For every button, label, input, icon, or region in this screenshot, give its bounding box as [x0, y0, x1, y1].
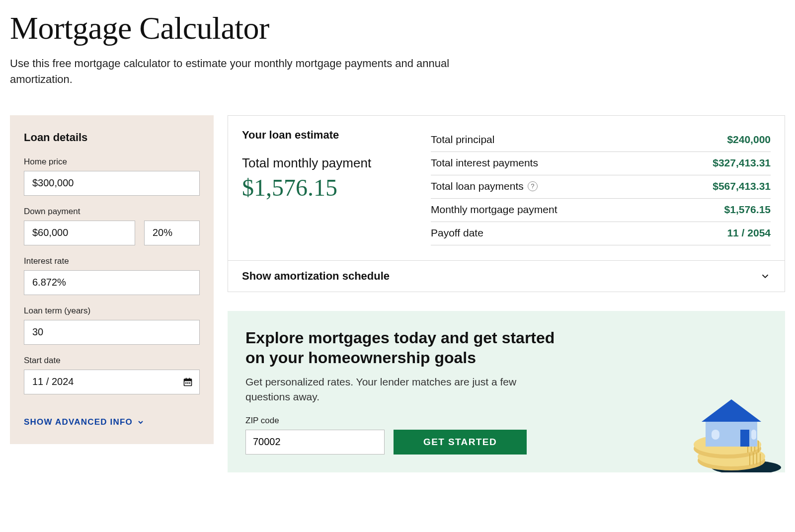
- monthly-mortgage-value: $1,576.15: [724, 204, 771, 216]
- loan-term-label: Loan term (years): [24, 306, 200, 316]
- svg-rect-6: [189, 382, 191, 384]
- get-started-button[interactable]: GET STARTED: [394, 430, 527, 455]
- estimate-row-total-interest: Total interest payments $327,413.31: [431, 152, 771, 175]
- loan-details-panel: Loan details Home price Down payment Int…: [10, 115, 214, 444]
- loan-estimate-heading: Your loan estimate: [242, 129, 401, 142]
- page-title: Mortgage Calculator: [10, 10, 785, 47]
- estimate-row-total-principal: Total principal $240,000: [431, 129, 771, 152]
- total-monthly-payment-value: $1,576.15: [242, 174, 401, 201]
- total-interest-value: $327,413.31: [713, 157, 771, 169]
- show-advanced-info-toggle[interactable]: SHOW ADVANCED INFO: [24, 417, 145, 427]
- svg-rect-24: [751, 430, 756, 440]
- total-monthly-payment-label: Total monthly payment: [242, 155, 401, 171]
- loan-details-heading: Loan details: [24, 131, 200, 144]
- svg-rect-23: [712, 430, 719, 440]
- home-price-input[interactable]: [24, 171, 200, 196]
- start-date-input[interactable]: [24, 370, 200, 394]
- total-loan-value: $567,413.31: [713, 180, 771, 192]
- svg-rect-5: [187, 382, 189, 384]
- home-price-label: Home price: [24, 157, 200, 167]
- monthly-mortgage-label: Monthly mortgage payment: [431, 204, 557, 216]
- svg-rect-3: [189, 378, 190, 380]
- estimate-row-total-loan: Total loan payments ? $567,413.31: [431, 175, 771, 199]
- total-principal-value: $240,000: [727, 134, 771, 146]
- down-payment-amount-input[interactable]: [24, 221, 135, 245]
- total-principal-label: Total principal: [431, 134, 494, 146]
- down-payment-label: Down payment: [24, 207, 200, 217]
- down-payment-percent-input[interactable]: [144, 221, 200, 245]
- page-subtitle: Use this free mortgage calculator to est…: [10, 56, 457, 87]
- total-loan-label: Total loan payments: [431, 180, 524, 192]
- payoff-date-value: 11 / 2054: [727, 227, 771, 239]
- payoff-date-label: Payoff date: [431, 227, 483, 239]
- interest-rate-label: Interest rate: [24, 256, 200, 266]
- home-price-field: Home price: [24, 157, 200, 196]
- total-interest-label: Total interest payments: [431, 157, 538, 169]
- svg-rect-1: [184, 379, 192, 381]
- svg-rect-2: [186, 378, 187, 380]
- estimate-row-monthly-mortgage: Monthly mortgage payment $1,576.15: [431, 199, 771, 222]
- cta-heading: Explore mortgages today and get started …: [245, 328, 563, 368]
- interest-rate-field: Interest rate: [24, 256, 200, 295]
- explore-mortgages-card: Explore mortgages today and get started …: [228, 311, 785, 472]
- start-date-label: Start date: [24, 356, 200, 366]
- show-advanced-info-label: SHOW ADVANCED INFO: [24, 417, 133, 427]
- loan-term-input[interactable]: [24, 320, 200, 345]
- calendar-icon[interactable]: [183, 377, 193, 387]
- down-payment-field: Down payment: [24, 207, 200, 245]
- chevron-down-icon: [137, 418, 145, 426]
- loan-term-field: Loan term (years): [24, 306, 200, 345]
- chevron-down-icon: [760, 271, 771, 282]
- show-amortization-toggle[interactable]: Show amortization schedule: [228, 260, 785, 292]
- cta-subtext: Get personalized rates. Your lender matc…: [245, 375, 524, 405]
- house-coins-illustration: [672, 382, 781, 472]
- start-date-field: Start date: [24, 356, 200, 394]
- estimate-table: Total principal $240,000 Total interest …: [431, 129, 771, 245]
- help-icon[interactable]: ?: [528, 181, 538, 191]
- zip-code-input[interactable]: [245, 430, 385, 455]
- show-amortization-label: Show amortization schedule: [242, 270, 390, 283]
- estimate-row-payoff-date: Payoff date 11 / 2054: [431, 222, 771, 245]
- svg-rect-4: [185, 382, 187, 384]
- svg-marker-20: [702, 399, 761, 422]
- interest-rate-input[interactable]: [24, 270, 200, 295]
- loan-estimate-card: Your loan estimate Total monthly payment…: [228, 115, 785, 292]
- svg-rect-22: [740, 430, 749, 447]
